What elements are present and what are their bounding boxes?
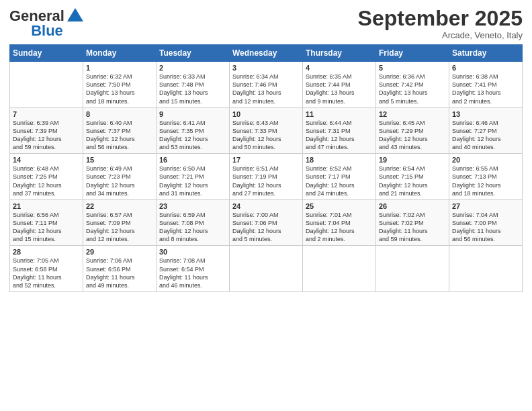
day-info: Sunrise: 6:46 AM Sunset: 7:27 PM Dayligh… [452, 119, 519, 152]
day-number: 16 [159, 156, 226, 164]
calendar-cell: 22Sunrise: 6:57 AM Sunset: 7:09 PM Dayli… [83, 199, 157, 246]
calendar-cell: 14Sunrise: 6:48 AM Sunset: 7:25 PM Dayli… [10, 154, 83, 200]
day-info: Sunrise: 6:51 AM Sunset: 7:19 PM Dayligh… [232, 165, 300, 197]
day-number: 2 [159, 64, 226, 72]
calendar-cell [10, 62, 83, 108]
logo-blue-text: Blue [31, 22, 63, 39]
day-of-week-header: Sunday [10, 45, 83, 62]
day-info: Sunrise: 6:40 AM Sunset: 7:37 PM Dayligh… [86, 119, 153, 152]
day-number: 10 [232, 110, 300, 118]
calendar-cell: 27Sunrise: 7:04 AM Sunset: 7:00 PM Dayli… [449, 199, 523, 246]
calendar-cell: 23Sunrise: 6:59 AM Sunset: 7:08 PM Dayli… [157, 199, 230, 246]
calendar-cell: 16Sunrise: 6:50 AM Sunset: 7:21 PM Dayli… [157, 154, 230, 200]
day-info: Sunrise: 6:57 AM Sunset: 7:09 PM Dayligh… [86, 211, 153, 244]
day-info: Sunrise: 6:44 AM Sunset: 7:31 PM Dayligh… [306, 119, 373, 152]
day-info: Sunrise: 7:06 AM Sunset: 6:56 PM Dayligh… [86, 257, 153, 289]
day-info: Sunrise: 6:33 AM Sunset: 7:48 PM Dayligh… [159, 73, 226, 105]
day-of-week-header: Friday [376, 45, 449, 62]
calendar-cell: 29Sunrise: 7:06 AM Sunset: 6:56 PM Dayli… [83, 246, 157, 292]
calendar-cell [376, 246, 449, 292]
day-info: Sunrise: 6:49 AM Sunset: 7:23 PM Dayligh… [86, 165, 153, 197]
day-number: 19 [379, 156, 446, 164]
calendar-header-row: SundayMondayTuesdayWednesdayThursdayFrid… [10, 45, 523, 62]
day-number: 6 [452, 64, 519, 72]
day-info: Sunrise: 6:39 AM Sunset: 7:39 PM Dayligh… [13, 119, 80, 152]
day-number: 5 [379, 64, 446, 72]
day-number: 1 [86, 64, 153, 72]
calendar-cell: 15Sunrise: 6:49 AM Sunset: 7:23 PM Dayli… [83, 154, 157, 200]
day-number: 15 [86, 156, 153, 164]
day-info: Sunrise: 6:32 AM Sunset: 7:50 PM Dayligh… [86, 73, 153, 105]
day-number: 14 [13, 156, 80, 164]
calendar-cell: 19Sunrise: 6:54 AM Sunset: 7:15 PM Dayli… [376, 154, 449, 200]
day-of-week-header: Monday [83, 45, 157, 62]
day-number: 20 [452, 156, 519, 164]
day-number: 28 [13, 248, 80, 256]
day-number: 7 [13, 110, 80, 118]
calendar-cell: 8Sunrise: 6:40 AM Sunset: 7:37 PM Daylig… [83, 107, 157, 154]
page: General Blue September 2025 Arcade, Vene… [0, 0, 532, 411]
calendar-week-row: 21Sunrise: 6:56 AM Sunset: 7:11 PM Dayli… [10, 199, 523, 246]
header: General Blue September 2025 Arcade, Vene… [9, 7, 523, 40]
day-number: 26 [379, 202, 446, 210]
day-number: 18 [306, 156, 373, 164]
day-info: Sunrise: 6:55 AM Sunset: 7:13 PM Dayligh… [452, 165, 519, 197]
day-number: 21 [13, 202, 80, 210]
calendar-cell: 20Sunrise: 6:55 AM Sunset: 7:13 PM Dayli… [449, 154, 523, 200]
calendar-cell: 18Sunrise: 6:52 AM Sunset: 7:17 PM Dayli… [303, 154, 376, 200]
calendar-cell: 6Sunrise: 6:38 AM Sunset: 7:41 PM Daylig… [449, 62, 523, 108]
day-of-week-header: Thursday [303, 45, 376, 62]
calendar-cell: 24Sunrise: 7:00 AM Sunset: 7:06 PM Dayli… [230, 199, 303, 246]
logo: General Blue [9, 7, 85, 39]
calendar-cell: 28Sunrise: 7:05 AM Sunset: 6:58 PM Dayli… [10, 246, 83, 292]
day-number: 25 [306, 202, 373, 210]
calendar-cell: 3Sunrise: 6:34 AM Sunset: 7:46 PM Daylig… [230, 62, 303, 108]
day-number: 17 [232, 156, 300, 164]
day-of-week-header: Wednesday [230, 45, 303, 62]
calendar-cell: 25Sunrise: 7:01 AM Sunset: 7:04 PM Dayli… [303, 199, 376, 246]
day-number: 27 [452, 202, 519, 210]
day-number: 9 [159, 110, 226, 118]
day-number: 12 [379, 110, 446, 118]
day-info: Sunrise: 7:05 AM Sunset: 6:58 PM Dayligh… [13, 257, 80, 289]
calendar-cell: 9Sunrise: 6:41 AM Sunset: 7:35 PM Daylig… [157, 107, 230, 154]
day-number: 23 [159, 202, 226, 210]
day-number: 29 [86, 248, 153, 256]
day-info: Sunrise: 7:02 AM Sunset: 7:02 PM Dayligh… [379, 211, 446, 244]
calendar-cell: 4Sunrise: 6:35 AM Sunset: 7:44 PM Daylig… [303, 62, 376, 108]
logo-icon [66, 7, 85, 26]
day-info: Sunrise: 7:04 AM Sunset: 7:00 PM Dayligh… [452, 211, 519, 244]
calendar-cell [230, 246, 303, 292]
day-info: Sunrise: 6:54 AM Sunset: 7:15 PM Dayligh… [379, 165, 446, 197]
day-info: Sunrise: 7:08 AM Sunset: 6:54 PM Dayligh… [159, 257, 226, 289]
day-number: 30 [159, 248, 226, 256]
day-info: Sunrise: 7:00 AM Sunset: 7:06 PM Dayligh… [232, 211, 300, 244]
day-info: Sunrise: 6:41 AM Sunset: 7:35 PM Dayligh… [159, 119, 226, 152]
day-info: Sunrise: 6:48 AM Sunset: 7:25 PM Dayligh… [13, 165, 80, 197]
calendar-cell: 12Sunrise: 6:45 AM Sunset: 7:29 PM Dayli… [376, 107, 449, 154]
location: Arcade, Veneto, Italy [358, 30, 523, 40]
calendar-cell: 7Sunrise: 6:39 AM Sunset: 7:39 PM Daylig… [10, 107, 83, 154]
calendar-cell: 30Sunrise: 7:08 AM Sunset: 6:54 PM Dayli… [157, 246, 230, 292]
calendar-cell [303, 246, 376, 292]
day-info: Sunrise: 6:56 AM Sunset: 7:11 PM Dayligh… [13, 211, 80, 244]
calendar-week-row: 1Sunrise: 6:32 AM Sunset: 7:50 PM Daylig… [10, 62, 523, 108]
calendar-week-row: 14Sunrise: 6:48 AM Sunset: 7:25 PM Dayli… [10, 154, 523, 200]
day-info: Sunrise: 6:43 AM Sunset: 7:33 PM Dayligh… [232, 119, 300, 152]
day-info: Sunrise: 6:38 AM Sunset: 7:41 PM Dayligh… [452, 73, 519, 105]
day-number: 11 [306, 110, 373, 118]
day-info: Sunrise: 6:50 AM Sunset: 7:21 PM Dayligh… [159, 165, 226, 197]
calendar-week-row: 7Sunrise: 6:39 AM Sunset: 7:39 PM Daylig… [10, 107, 523, 154]
calendar-cell: 1Sunrise: 6:32 AM Sunset: 7:50 PM Daylig… [83, 62, 157, 108]
calendar-cell: 26Sunrise: 7:02 AM Sunset: 7:02 PM Dayli… [376, 199, 449, 246]
day-info: Sunrise: 6:35 AM Sunset: 7:44 PM Dayligh… [306, 73, 373, 105]
month-title: September 2025 [358, 7, 523, 30]
day-number: 4 [306, 64, 373, 72]
day-info: Sunrise: 6:45 AM Sunset: 7:29 PM Dayligh… [379, 119, 446, 152]
calendar-cell: 11Sunrise: 6:44 AM Sunset: 7:31 PM Dayli… [303, 107, 376, 154]
calendar-cell: 5Sunrise: 6:36 AM Sunset: 7:42 PM Daylig… [376, 62, 449, 108]
title-block: September 2025 Arcade, Veneto, Italy [358, 7, 523, 40]
calendar-cell: 2Sunrise: 6:33 AM Sunset: 7:48 PM Daylig… [157, 62, 230, 108]
calendar-cell: 21Sunrise: 6:56 AM Sunset: 7:11 PM Dayli… [10, 199, 83, 246]
calendar-cell: 13Sunrise: 6:46 AM Sunset: 7:27 PM Dayli… [449, 107, 523, 154]
